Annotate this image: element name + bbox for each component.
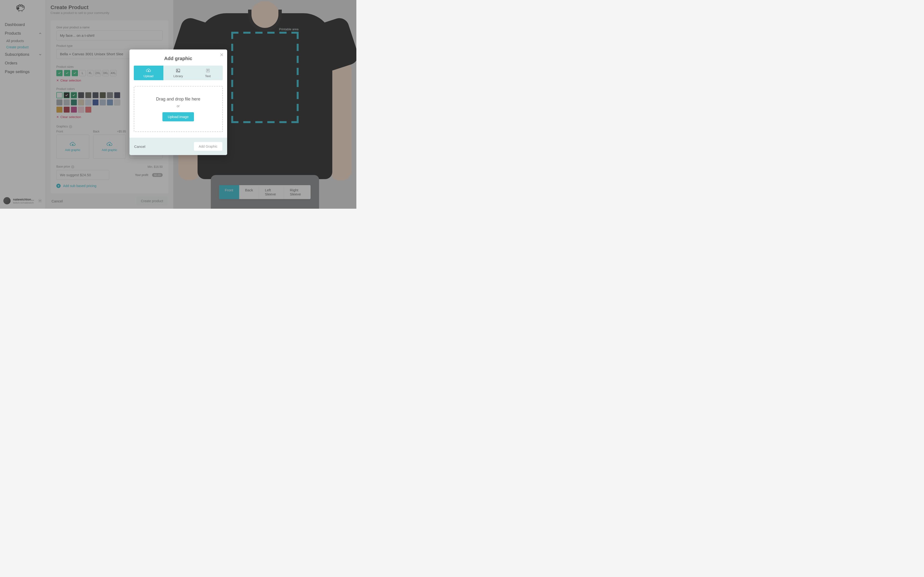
modal-footer: Cancel Add Graphic [129,138,227,155]
cloud-upload-icon [146,68,151,73]
modal-tab-library[interactable]: Library [163,66,193,80]
modal-close-button[interactable]: ✕ [220,52,224,58]
svg-point-10 [177,70,178,71]
add-graphic-modal: ✕ Add graphic Upload Library Text Drag a… [129,50,227,155]
dropzone-or: or [137,104,220,108]
upload-image-button[interactable]: Upload image [162,112,194,121]
text-icon [205,68,210,73]
image-icon [175,68,181,73]
dropzone-title: Drag and drop file here [137,97,220,102]
modal-cancel-button[interactable]: Cancel [134,144,145,148]
modal-tab-upload-label: Upload [144,74,153,78]
modal-title: Add graphic [129,50,227,66]
modal-tab-text[interactable]: Text [193,66,223,80]
modal-tabs: Upload Library Text [134,66,223,80]
modal-tab-library-label: Library [173,74,183,78]
modal-tab-text-label: Text [205,74,211,78]
modal-add-graphic-button[interactable]: Add Graphic [194,142,222,151]
modal-tab-upload[interactable]: Upload [134,66,163,80]
dropzone[interactable]: Drag and drop file here or Upload image [134,86,223,132]
